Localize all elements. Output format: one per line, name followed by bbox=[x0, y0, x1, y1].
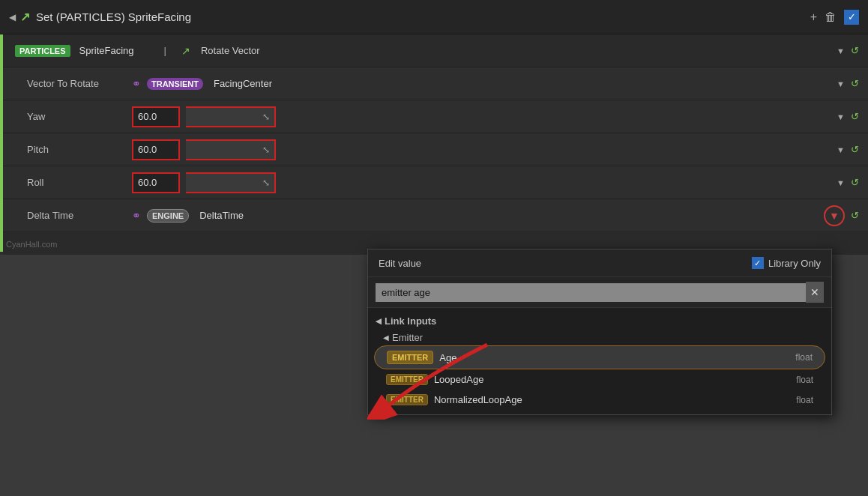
search-clear-button[interactable]: ✕ bbox=[806, 282, 824, 303]
roll-chevron[interactable]: ▼ bbox=[837, 178, 845, 187]
link-icon-delta: ⚭ bbox=[132, 210, 141, 222]
dropdown-panel: Edit value ✓ Library Only ✕ ◀ Link Input… bbox=[367, 249, 832, 415]
link-icon-vector: ⚭ bbox=[132, 78, 141, 90]
sub-section-emitter: ◀ Emitter bbox=[368, 330, 831, 345]
yaw-input-wrap[interactable] bbox=[132, 106, 180, 127]
rows-area: PARTICLES SpriteFacing | ↗ Rotate Vector… bbox=[0, 34, 868, 255]
delta-time-value: DeltaTime bbox=[199, 210, 244, 221]
pitch-label: Pitch bbox=[27, 144, 132, 155]
yaw-row: Yaw ⤡ ▼ ↺ bbox=[3, 100, 868, 133]
roll-content: ⤡ bbox=[132, 172, 837, 193]
roll-expand-icon: ⤡ bbox=[262, 178, 270, 188]
sub-arrow: ◀ bbox=[383, 333, 389, 342]
header-row-right: ▼ ↺ bbox=[837, 45, 859, 56]
yaw-expand-icon: ⤡ bbox=[262, 112, 270, 122]
normalized-loop-age-type: float bbox=[796, 395, 813, 405]
vector-to-rotate-right: ▼ ↺ bbox=[837, 78, 859, 89]
search-row: ✕ bbox=[368, 277, 831, 308]
delete-button[interactable]: 🗑 bbox=[825, 10, 837, 24]
pitch-reset[interactable]: ↺ bbox=[851, 144, 859, 155]
delta-time-right: ▼ ↺ bbox=[824, 205, 859, 226]
section-label: Link Inputs bbox=[385, 315, 436, 327]
header-reset[interactable]: ↺ bbox=[851, 45, 859, 56]
green-left-bar bbox=[0, 34, 3, 252]
sprite-facing-label: SpriteFacing bbox=[79, 45, 134, 56]
pitch-right: ▼ ↺ bbox=[837, 144, 859, 155]
dropdown-header: Edit value ✓ Library Only bbox=[368, 249, 831, 277]
header-row: PARTICLES SpriteFacing | ↗ Rotate Vector… bbox=[3, 34, 868, 67]
looped-age-type: float bbox=[796, 375, 813, 385]
roll-reset[interactable]: ↺ bbox=[851, 177, 859, 188]
vector-to-rotate-content: ⚭ TRANSIENT FacingCenter bbox=[132, 78, 837, 90]
pitch-chevron[interactable]: ▼ bbox=[837, 145, 845, 154]
transient-badge: TRANSIENT bbox=[147, 78, 203, 90]
delta-chevron-highlighted[interactable]: ▼ bbox=[824, 205, 845, 226]
header-row-content: PARTICLES SpriteFacing | ↗ Rotate Vector bbox=[15, 45, 837, 57]
enable-checkbox[interactable]: ✓ bbox=[844, 10, 859, 25]
rotate-vector-separator: | bbox=[164, 45, 166, 56]
age-item-name: Age bbox=[439, 352, 795, 363]
search-input[interactable] bbox=[376, 283, 806, 302]
sub-section-label: Emitter bbox=[392, 332, 423, 343]
dropdown-title: Edit value bbox=[379, 258, 752, 269]
roll-input[interactable] bbox=[133, 177, 178, 188]
looped-age-name: LoopedAge bbox=[434, 374, 796, 385]
page-title: Set (PARTICLES) SpriteFacing bbox=[36, 10, 810, 23]
vector-to-rotate-row: Vector To Rotate ⚭ TRANSIENT FacingCente… bbox=[3, 67, 868, 100]
emitter-badge-normalized: EMITTER bbox=[386, 394, 428, 405]
rotate-vector-icon: ↗ bbox=[181, 45, 190, 57]
normalized-loop-age-name: NormalizedLoopAge bbox=[434, 394, 796, 405]
header-chevron[interactable]: ▼ bbox=[837, 46, 845, 55]
yaw-right: ▼ ↺ bbox=[837, 111, 859, 122]
library-only-label: Library Only bbox=[768, 258, 821, 269]
yaw-reset[interactable]: ↺ bbox=[851, 111, 859, 122]
section-link-inputs: ◀ Link Inputs bbox=[368, 312, 831, 330]
emitter-badge-age: EMITTER bbox=[387, 351, 433, 364]
pitch-content: ⤡ bbox=[132, 139, 837, 160]
vector-chevron[interactable]: ▼ bbox=[837, 79, 845, 88]
vector-to-rotate-label: Vector To Rotate bbox=[27, 78, 132, 89]
dropdown-body: ◀ Link Inputs ◀ Emitter EMITTER Age floa… bbox=[368, 308, 831, 414]
particles-badge: PARTICLES bbox=[15, 45, 70, 57]
roll-ext: ⤡ bbox=[186, 172, 276, 193]
roll-right: ▼ ↺ bbox=[837, 177, 859, 188]
yaw-label: Yaw bbox=[27, 111, 132, 122]
pitch-expand-icon: ⤡ bbox=[262, 145, 270, 155]
emitter-badge-looped: EMITTER bbox=[386, 374, 428, 385]
roll-input-wrap[interactable] bbox=[132, 172, 180, 193]
watermark: CyanHall.com bbox=[6, 240, 57, 249]
rotate-vector-label: Rotate Vector bbox=[201, 45, 260, 56]
title-icon: ↗ bbox=[20, 10, 30, 24]
delta-time-content: ⚭ ENGINE DeltaTime bbox=[132, 209, 824, 223]
pitch-input-wrap[interactable] bbox=[132, 139, 180, 160]
roll-label: Roll bbox=[27, 177, 132, 188]
library-only-checkbox[interactable]: ✓ bbox=[752, 257, 764, 269]
yaw-content: ⤡ bbox=[132, 106, 837, 127]
delta-time-row: Delta Time ⚭ ENGINE DeltaTime ▼ ↺ bbox=[3, 199, 868, 232]
list-item-age[interactable]: EMITTER Age float bbox=[374, 345, 825, 369]
roll-row: Roll ⤡ ▼ ↺ bbox=[3, 166, 868, 199]
title-bar: ◀ ↗ Set (PARTICLES) SpriteFacing + 🗑 ✓ bbox=[0, 0, 868, 34]
list-item-looped-age[interactable]: EMITTER LoopedAge float bbox=[368, 369, 831, 390]
yaw-chevron[interactable]: ▼ bbox=[837, 112, 845, 121]
yaw-input[interactable] bbox=[133, 111, 178, 122]
list-item-normalized-loop-age[interactable]: EMITTER NormalizedLoopAge float bbox=[368, 390, 831, 410]
age-item-type: float bbox=[795, 352, 813, 363]
library-only-wrap: ✓ Library Only bbox=[752, 257, 821, 269]
pitch-row: Pitch ⤡ ▼ ↺ bbox=[3, 133, 868, 166]
delta-time-label: Delta Time bbox=[27, 210, 132, 221]
add-button[interactable]: + bbox=[810, 10, 817, 24]
facing-center-value: FacingCenter bbox=[214, 78, 272, 89]
pitch-input[interactable] bbox=[133, 144, 178, 155]
title-collapse-arrow[interactable]: ◀ bbox=[9, 12, 16, 22]
pitch-ext: ⤡ bbox=[186, 139, 276, 160]
title-actions: + 🗑 ✓ bbox=[810, 10, 859, 25]
delta-reset[interactable]: ↺ bbox=[851, 210, 859, 221]
yaw-ext: ⤡ bbox=[186, 106, 276, 127]
engine-badge: ENGINE bbox=[147, 209, 189, 223]
vector-reset[interactable]: ↺ bbox=[851, 78, 859, 89]
main-panel: ◀ ↗ Set (PARTICLES) SpriteFacing + 🗑 ✓ P… bbox=[0, 0, 868, 255]
section-arrow: ◀ bbox=[376, 317, 382, 325]
